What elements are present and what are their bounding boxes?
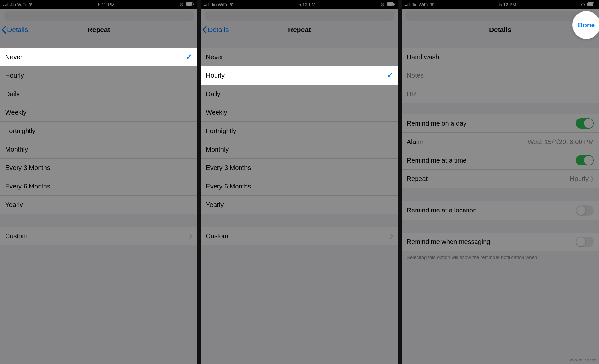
nav-title: Repeat — [288, 26, 311, 34]
repeat-value: Hourly — [570, 175, 589, 183]
status-time: 5:12 PM — [499, 2, 516, 7]
search-bubble — [205, 11, 394, 21]
alarm-icon — [581, 2, 585, 7]
chevron-right-icon — [189, 234, 192, 239]
remind-me-at-a-location-row[interactable]: Remind me at a location — [402, 201, 599, 220]
status-time: 5:12 PM — [98, 2, 115, 7]
remind-time-switch[interactable] — [576, 155, 594, 165]
remind-me-when-messaging-row[interactable]: Remind me when messaging — [402, 233, 599, 251]
option-every-6-months[interactable]: Every 6 Months — [0, 177, 197, 196]
nav-bar: Details Repeat — [0, 21, 197, 39]
status-bar: Jio WiFi 5:12 PM — [201, 0, 398, 9]
remind-messaging-switch[interactable] — [576, 237, 594, 247]
carrier-label: Jio WiFi — [211, 2, 227, 7]
option-never[interactable]: Never — [201, 48, 398, 66]
nav-title: Details — [489, 26, 511, 34]
repeat-options-list: Never Hourly✓ Daily Weekly Fortnightly M… — [201, 48, 398, 214]
option-weekly[interactable]: Weekly — [201, 103, 398, 122]
notes-field[interactable]: Notes — [402, 66, 599, 85]
battery-icon — [186, 2, 194, 7]
repeat-options-list: Never✓ Hourly Daily Weekly Fortnightly M… — [0, 48, 197, 214]
carrier-label: Jio WiFi — [10, 2, 26, 7]
chevron-right-icon — [390, 234, 393, 239]
battery-icon — [387, 2, 395, 7]
option-fortnightly[interactable]: Fortnightly — [0, 122, 197, 140]
option-daily[interactable]: Daily — [0, 85, 197, 103]
signal-icon — [405, 3, 410, 6]
option-daily[interactable]: Daily — [201, 85, 398, 103]
back-button[interactable]: Details — [1, 26, 28, 34]
section-gap — [0, 214, 197, 227]
option-fortnightly[interactable]: Fortnightly — [201, 122, 398, 140]
reminder-title-field[interactable]: Hand wash — [402, 48, 599, 66]
svg-rect-7 — [394, 4, 395, 5]
nav-title: Repeat — [88, 26, 110, 34]
alarm-value: Wed, 15/4/20, 6:00 PM — [528, 138, 594, 146]
search-strip — [201, 9, 398, 21]
footer-note: Selecting this option will show the remi… — [402, 251, 599, 264]
custom-section: Custom — [201, 227, 398, 245]
option-every-3-months[interactable]: Every 3 Months — [0, 159, 197, 177]
search-strip — [402, 9, 599, 21]
panel-repeat-never: Jio WiFi 5:12 PM Details Repeat Never✓ H… — [0, 0, 197, 364]
done-label: Done — [578, 21, 595, 29]
done-button-spotlight[interactable]: Done — [572, 11, 599, 39]
option-custom[interactable]: Custom — [201, 227, 398, 245]
signal-icon — [3, 3, 8, 6]
alarm-icon — [380, 2, 385, 7]
option-every-3-months[interactable]: Every 3 Months — [201, 159, 398, 177]
wifi-icon — [229, 3, 234, 6]
remind-me-at-a-time-row[interactable]: Remind me at a time — [402, 151, 599, 170]
search-bubble — [4, 11, 194, 21]
status-bar: Jio WiFi 5:12 PM — [402, 0, 599, 9]
option-yearly[interactable]: Yearly — [0, 196, 197, 214]
option-hourly[interactable]: Hourly✓ — [201, 66, 398, 85]
alarm-icon — [179, 2, 184, 7]
carrier-label: Jio WiFi — [412, 2, 428, 7]
remind-day-switch[interactable] — [576, 118, 594, 129]
back-label: Details — [7, 26, 28, 34]
remind-location-switch[interactable] — [576, 205, 594, 216]
url-field[interactable]: URL — [402, 85, 599, 103]
wifi-icon — [429, 3, 435, 6]
svg-rect-2 — [186, 3, 192, 6]
option-custom[interactable]: Custom — [0, 227, 197, 245]
details-list: Hand wash Notes URL Remind me on a day A… — [402, 48, 599, 264]
signal-icon — [204, 3, 209, 6]
panel-repeat-hourly: Jio WiFi 5:12 PM Details Repeat Never Ho… — [201, 0, 398, 364]
svg-rect-11 — [595, 4, 595, 5]
option-every-6-months[interactable]: Every 6 Months — [201, 177, 398, 196]
remind-me-on-a-day-row[interactable]: Remind me on a day — [402, 114, 599, 133]
section-gap — [201, 214, 398, 227]
option-weekly[interactable]: Weekly — [0, 103, 197, 122]
back-button[interactable]: Details — [202, 26, 229, 34]
checkmark-icon: ✓ — [186, 52, 192, 62]
svg-rect-6 — [387, 3, 393, 6]
svg-rect-10 — [588, 3, 593, 6]
panel-details: Jio WiFi 5:12 PM Details Done Done Hand … — [402, 0, 599, 364]
watermark: www.deuaq.com — [570, 358, 596, 362]
nav-bar: Details Done — [402, 21, 599, 39]
nav-bar: Details Repeat — [201, 21, 398, 39]
option-yearly[interactable]: Yearly — [201, 196, 398, 214]
back-label: Details — [208, 26, 229, 34]
option-monthly[interactable]: Monthly — [0, 140, 197, 159]
option-monthly[interactable]: Monthly — [201, 140, 398, 159]
checkmark-icon: ✓ — [387, 71, 393, 80]
alarm-row[interactable]: Alarm Wed, 15/4/20, 6:00 PM — [402, 133, 599, 151]
repeat-row[interactable]: Repeat Hourly — [402, 170, 599, 188]
status-bar: Jio WiFi 5:12 PM — [0, 0, 197, 9]
option-never[interactable]: Never✓ — [0, 48, 197, 66]
status-time: 5:12 PM — [299, 2, 315, 7]
custom-section: Custom — [0, 227, 197, 245]
wifi-icon — [28, 3, 33, 6]
chevron-right-icon — [591, 176, 594, 182]
battery-icon — [587, 2, 596, 7]
search-strip — [0, 9, 197, 21]
option-hourly[interactable]: Hourly — [0, 66, 197, 85]
search-bubble — [405, 11, 595, 21]
svg-rect-3 — [193, 4, 194, 5]
